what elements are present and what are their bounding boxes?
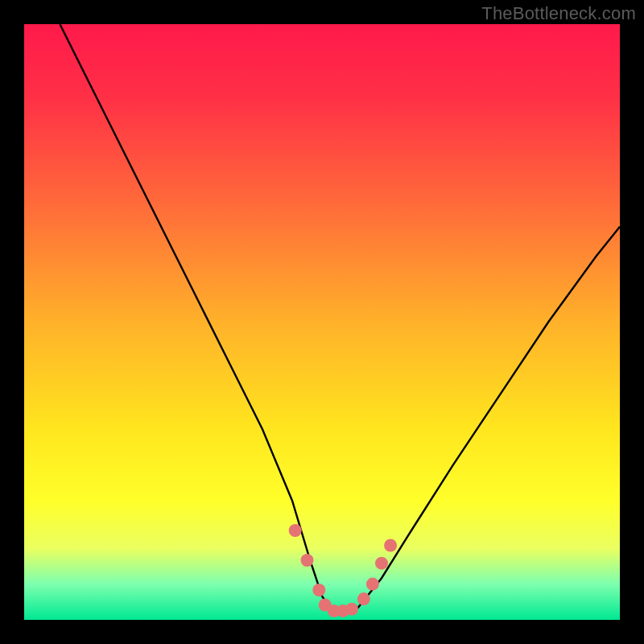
watermark-text: TheBottleneck.com <box>481 3 636 24</box>
marker-dot <box>357 592 370 605</box>
marker-dot <box>312 584 325 597</box>
marker-dot <box>366 578 379 591</box>
marker-dot <box>345 603 358 616</box>
gradient-background <box>24 24 620 620</box>
marker-dot <box>301 554 314 567</box>
chart-frame <box>24 24 620 620</box>
marker-dot <box>384 539 397 552</box>
bottleneck-chart <box>24 24 620 620</box>
marker-dot <box>375 557 388 570</box>
marker-dot <box>289 524 302 537</box>
